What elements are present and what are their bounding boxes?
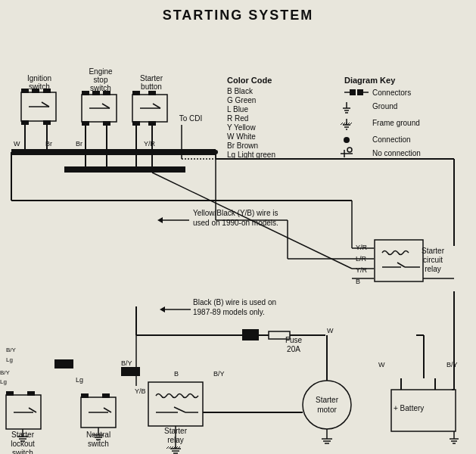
svg-rect-25 bbox=[32, 89, 39, 93]
black-note2: 1987-89 models only. bbox=[193, 308, 265, 316]
svg-line-91 bbox=[174, 407, 185, 412]
wire-by-area: B/Y bbox=[121, 359, 132, 367]
svg-line-12 bbox=[341, 123, 343, 125]
svg-line-105 bbox=[29, 408, 36, 412]
color-code-title: Color Code bbox=[227, 76, 272, 85]
wire-label-yr: Y/R bbox=[144, 140, 156, 148]
svg-rect-135 bbox=[54, 359, 73, 368]
wire-lg-area: Lg bbox=[6, 356, 13, 363]
cc-r: R Red bbox=[227, 114, 248, 123]
starter-btn-label2: button bbox=[141, 82, 162, 91]
page: STARTING SYSTEM Color Code B Black G Gre… bbox=[0, 0, 476, 454]
wire-yr-relay: Y/R bbox=[356, 244, 368, 251]
key-ground: Ground bbox=[372, 102, 397, 110]
wire-w-fuse: W bbox=[327, 327, 334, 334]
svg-marker-55 bbox=[157, 217, 163, 223]
wire-label-w1: W bbox=[14, 140, 20, 148]
cc-w: W White bbox=[227, 132, 256, 141]
svg-rect-106 bbox=[6, 391, 14, 396]
wire-w-right: W bbox=[378, 361, 385, 368]
wire-by-lg-area: B/Y bbox=[6, 347, 17, 353]
svg-rect-32 bbox=[82, 91, 89, 95]
wiring-diagram: Color Code B Black G Green L Blue R Red … bbox=[0, 26, 476, 454]
wire-by-lockout: B/Y bbox=[0, 369, 11, 376]
engine-stop-label2: stop bbox=[94, 76, 108, 84]
cc-y: Y Yellow bbox=[227, 123, 256, 132]
cc-b: B Black bbox=[227, 87, 254, 95]
svg-rect-2 bbox=[357, 89, 363, 95]
cc-lg: Lg Light green bbox=[227, 151, 275, 159]
svg-line-114 bbox=[104, 408, 111, 412]
to-cdi-label: To CDI bbox=[179, 114, 203, 123]
page-title: STARTING SYSTEM bbox=[0, 0, 476, 23]
svg-rect-45 bbox=[64, 166, 185, 173]
wire-by-battery: B/Y bbox=[446, 361, 458, 368]
starter-circuit-relay-label: Starter bbox=[422, 247, 445, 255]
svg-rect-26 bbox=[43, 89, 51, 93]
svg-marker-73 bbox=[160, 306, 165, 313]
wire-yb-relay: Y/B bbox=[135, 387, 146, 395]
svg-rect-24 bbox=[21, 89, 29, 93]
battery-label: + Battery bbox=[394, 404, 424, 412]
svg-point-17 bbox=[344, 137, 350, 143]
svg-rect-56 bbox=[375, 240, 423, 281]
svg-line-58 bbox=[397, 263, 405, 267]
svg-rect-40 bbox=[132, 91, 140, 95]
key-frame-ground: Frame ground bbox=[372, 119, 420, 127]
svg-rect-137 bbox=[242, 329, 259, 340]
cc-br: Br Brown bbox=[227, 141, 258, 150]
wire-lg-lockout: Lg bbox=[0, 378, 7, 385]
svg-rect-1 bbox=[350, 89, 356, 95]
wire-by-label: B/Y bbox=[213, 370, 225, 378]
starter-motor-label: Starter bbox=[316, 396, 339, 404]
key-connection: Connection bbox=[372, 135, 411, 144]
starter-motor-label2: motor bbox=[317, 406, 337, 414]
starter-circuit-relay-label3: relay bbox=[425, 265, 441, 273]
starter-circuit-relay-label2: circuit bbox=[423, 256, 443, 264]
svg-rect-107 bbox=[27, 391, 35, 396]
svg-rect-116 bbox=[102, 393, 110, 398]
svg-rect-34 bbox=[103, 91, 110, 95]
cc-g: G Green bbox=[227, 96, 256, 104]
svg-line-97 bbox=[166, 446, 169, 449]
svg-rect-136 bbox=[121, 367, 140, 376]
wire-b-relay2: B bbox=[174, 370, 179, 378]
cc-l: L Blue bbox=[227, 105, 248, 114]
svg-rect-44 bbox=[11, 149, 216, 155]
svg-rect-33 bbox=[92, 91, 100, 95]
svg-rect-41 bbox=[148, 91, 156, 95]
fuse-label: Fuse bbox=[285, 336, 303, 344]
starter-lockout-label3: switch bbox=[12, 449, 33, 454]
diagram-key-title: Diagram Key bbox=[344, 76, 396, 85]
starter-btn-label: Starter bbox=[140, 74, 163, 82]
svg-point-20 bbox=[347, 148, 352, 152]
ignition-switch-label: Ignition bbox=[27, 74, 51, 82]
wire-yr-relay2: Y/R bbox=[356, 266, 368, 274]
svg-point-132 bbox=[213, 150, 218, 154]
svg-rect-89 bbox=[148, 382, 203, 426]
svg-line-23 bbox=[42, 102, 49, 107]
fuse-20a-label: 20A bbox=[287, 345, 300, 353]
svg-rect-115 bbox=[81, 393, 89, 398]
wire-lg-neutral: Lg bbox=[76, 376, 83, 384]
svg-line-16 bbox=[350, 123, 352, 125]
svg-rect-28 bbox=[43, 120, 51, 125]
neutral-switch-label2: switch bbox=[88, 440, 109, 448]
svg-line-39 bbox=[153, 104, 160, 108]
svg-line-31 bbox=[102, 104, 110, 108]
key-no-connection: No connection bbox=[372, 149, 421, 157]
wire-label-br2: Br bbox=[76, 140, 82, 148]
svg-rect-27 bbox=[21, 120, 29, 125]
black-note: Black (B) wire is used on bbox=[193, 298, 276, 306]
engine-stop-label: Engine bbox=[89, 67, 113, 76]
key-connectors: Connectors bbox=[372, 89, 411, 97]
svg-point-84 bbox=[303, 381, 351, 429]
